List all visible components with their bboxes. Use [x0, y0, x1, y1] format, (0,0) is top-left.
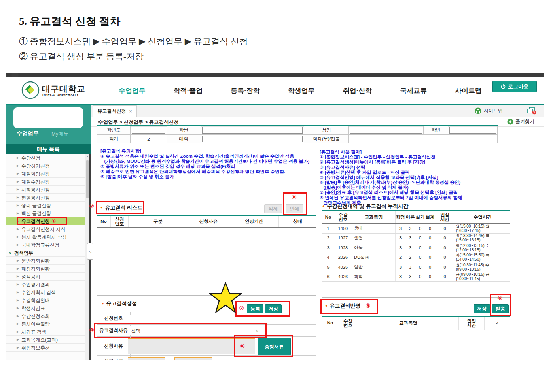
sidebar-item-eval-result[interactable]: ▶수업평가결과 [6, 281, 85, 288]
nav-item-career[interactable]: 취업·산학 [343, 86, 372, 95]
university-logo[interactable] [21, 81, 40, 99]
reason-select[interactable]: 선택 ∨ [128, 326, 262, 335]
table-row[interactable]: 21927생명33000화(13:30~14:45) 목(15:00~16:15… [322, 234, 510, 243]
apply-table-header: No 수강 번호 교과목명 인정 시간 ✓ [322, 317, 510, 330]
applyno-input[interactable] [128, 315, 169, 323]
apply-section-header: ● 유고결석반영 ⑤ [325, 302, 370, 309]
sidebar-item-sugang[interactable]: ▶수강신청 [6, 154, 85, 162]
sidebar-item-season-hope[interactable]: ▶계절희망신청 [6, 170, 85, 178]
menu-arrow-icon: ▶ [17, 202, 19, 209]
sidebar-item-grade-post[interactable]: ▶성적공시 [6, 273, 85, 281]
sidebar-item-label: 유고결석신청서 서식 [21, 225, 65, 233]
name-cell [349, 126, 424, 135]
print-button[interactable]: 인쇄 [286, 204, 303, 213]
sidebar-collapse-button[interactable]: < [87, 243, 93, 260]
table-row[interactable]: 11450생태33000월(15:00~16:15) 월(16:30~17:45… [322, 224, 510, 234]
sidebar-item-class-status[interactable]: ▶분반강좌현황 [6, 257, 85, 265]
sidebar-item-service-record[interactable]: ▶봉사이수열람 [6, 320, 85, 328]
sidebar-item-closed-class[interactable]: ▶폐강강좌현황 [6, 265, 85, 273]
sidebar-item-sugang-heoga[interactable]: ▶수강허가신청 [6, 162, 85, 170]
term-input[interactable] [132, 136, 165, 142]
college-input[interactable] [202, 136, 303, 142]
period-start-input[interactable] [128, 357, 165, 360]
menu-arrow-icon: ▶ [17, 162, 19, 170]
sidebar-item-sugang-lookup[interactable]: ▶수강신청조회 [6, 312, 85, 320]
nav-item-registration[interactable]: 등록·장학 [231, 86, 260, 95]
attach-button[interactable]: 증빙서류 [258, 338, 291, 355]
cell: 0 [425, 243, 435, 253]
table-row[interactable]: 31928아동33000월(12:00~13:15) 수(12:00~13:15… [322, 243, 510, 253]
name-input[interactable] [350, 127, 422, 134]
delete-button[interactable]: 삭제 [264, 204, 282, 213]
sidebar-item-blood-service[interactable]: ▶헌혈봉사신청 [6, 194, 85, 202]
apply-save-button[interactable]: 저장 [474, 304, 490, 313]
sidebar-category-search[interactable]: ∨검색업무 [6, 249, 85, 257]
favorite-button[interactable]: 즐겨찾기 [507, 118, 534, 125]
cell: 3 [396, 234, 405, 243]
sidebar-item-social-service[interactable]: ▶사회봉사신청 [6, 186, 85, 194]
applyreason-label: 신청사유 [97, 337, 131, 355]
col-status: 상태 [279, 216, 316, 227]
sidebar-item-yugo-absence[interactable]: ▶유고결석신청① [6, 217, 85, 225]
sidebar-item-course-outline[interactable]: ▶교과목개요(교과) [6, 336, 85, 344]
sidebar-item-yugo-form[interactable]: ▶유고결석신청서 서식 [6, 225, 85, 233]
cell: 0 [435, 243, 455, 253]
col-reason: 신청사유 [188, 216, 229, 227]
sidebar-item-label: 시간표 검색 [21, 328, 46, 336]
menu-arrow-icon: ▶ [17, 257, 19, 265]
sidebar-tab-classwork[interactable]: 수업업무 [17, 130, 39, 137]
scroll-up-icon[interactable]: ▲ [86, 155, 89, 158]
col-practice: 실기 [415, 211, 425, 223]
table-row[interactable]: 42026DU실용22000화(15:00~15:50) 목(14:00~14:… [322, 253, 510, 263]
send-button[interactable]: 발송 [492, 304, 509, 313]
tab-yugo-absence[interactable]: 유고결석신청 × [93, 105, 137, 117]
nav-item-classwork[interactable]: 수업업무 [119, 86, 146, 95]
scrollbar-thumb[interactable] [86, 160, 89, 198]
cell: 3 [405, 243, 415, 253]
menu-arrow-icon: ▶ [17, 304, 19, 312]
table-row[interactable]: 54025일반33000월(10:30~11:45) 수(09:00~10:15… [322, 262, 510, 272]
notice-right: [유고결석 사용 절차] ① [종합정보시스템] - 수업업무 - 신청업무 -… [317, 148, 525, 209]
cell: 0 [415, 253, 425, 262]
sidebar-item-label: 봉사이수열람 [21, 320, 50, 328]
nav-item-international[interactable]: 국제교류 [400, 86, 427, 95]
close-all-windows-button[interactable] [527, 107, 536, 116]
sidebar-item-label: 계절수강신청 [21, 178, 50, 186]
breadcrumb: 수업업무 > 신청업무 > 유고결석신청 [98, 119, 179, 126]
cell: 생명 [352, 234, 396, 243]
sidebar-item-label: 수강신청조회 [21, 312, 50, 320]
logout-button[interactable]: 로그아웃 [492, 81, 537, 92]
sidebar-item-credit-guide[interactable]: ▶수강학점안내 [6, 296, 85, 304]
sidebar-item-credit-exchange[interactable]: ▶국내학점교류신청 [6, 241, 85, 249]
menu-arrow-icon: ▶ [17, 170, 19, 178]
sitemap-shortcut[interactable]: 사이트맵 [475, 107, 503, 114]
nav-item-records[interactable]: 학적·졸업 [174, 86, 203, 95]
cell: 0 [425, 262, 435, 272]
cell-classtime: 화(15:00~15:50) 목(14:00~14:50) [455, 253, 510, 262]
select-all-checkbox[interactable]: ✓ [495, 321, 500, 326]
notice-line: ② 증빙서류가 위조 또는 변조된 것일 경우 해당 교과목 실격(F)처리 [100, 164, 314, 169]
sidebar-quick-box [13, 107, 83, 128]
period-end-input[interactable] [174, 357, 212, 360]
sidebar-item-timetable-search[interactable]: ▶시간표 검색 [6, 328, 85, 336]
table-row[interactable]: 64026과학33000금(09:00~10:15) 금(10:30~11:45… [322, 272, 510, 282]
grade-input[interactable] [449, 127, 496, 134]
sidebar-item-student-timetable[interactable]: ▶학생시간표 [6, 304, 85, 312]
sidebar-item-vaccine-absence[interactable]: ▶백신 공결신청 [6, 209, 85, 217]
notice-line: ③ [유고결석사유] 선택 [320, 165, 522, 170]
studentno-input[interactable] [202, 127, 303, 134]
sidebar-tab-mymenu[interactable]: My메뉴 [51, 130, 68, 138]
sidebar-item-clipped[interactable]: ▶취업정보추천 [6, 344, 85, 352]
tab-close-icon[interactable]: × [129, 109, 132, 114]
nav-item-student[interactable]: 학생업무 [288, 86, 315, 95]
dept-input[interactable] [350, 136, 496, 142]
sidebar-item-season-sugang[interactable]: ▶계절수강신청 [6, 178, 85, 186]
sidebar-item-syllabus-search[interactable]: ▶수업계획서 검색 [6, 288, 85, 296]
applyreason-textarea[interactable] [128, 338, 255, 354]
cell-classtime: 화(13:30~14:45) 목(15:00~16:15) [455, 234, 510, 243]
nav-item-sitemap[interactable]: 사이트맵 [455, 86, 482, 95]
notice-line: ([발송]이후에는 데이터 수정 및 삭제 불가) [320, 185, 522, 190]
sidebar-item-service-plan[interactable]: ▶봉사 활동계획서 작성 [6, 233, 85, 241]
sidebar-item-menstrual-absence[interactable]: ▶생리 공결신청 [6, 202, 85, 209]
year-input[interactable] [132, 127, 165, 134]
